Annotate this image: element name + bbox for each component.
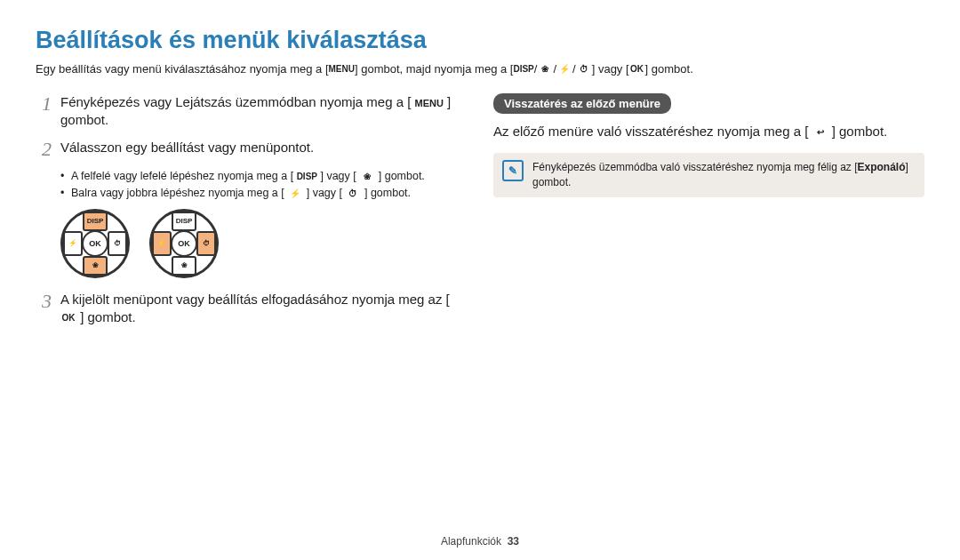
ok-icon: OK xyxy=(60,312,76,325)
dpad-left-icon: ⚡ xyxy=(63,231,83,256)
flash-icon: ⚡ xyxy=(556,63,572,76)
footer-section: Alapfunkciók xyxy=(441,535,501,548)
note-box: ✎ Fényképezés üzemmódba való visszatérés… xyxy=(493,153,924,197)
left-column: 1 Fényképezés vagy Lejátszás üzemmódban … xyxy=(36,93,467,335)
back-text-b: ] gombot. xyxy=(832,124,888,139)
back-icon: ↩ xyxy=(812,126,828,140)
intro-text-2: ] gombot, majd nyomja meg a [ xyxy=(355,61,513,77)
content-columns: 1 Fényképezés vagy Lejátszás üzemmódban … xyxy=(36,93,924,335)
bullet2-a: Balra vagy jobbra lépéshez nyomja meg a … xyxy=(71,187,284,199)
dpad-center-icon: OK xyxy=(82,230,108,257)
note-bold: Exponáló xyxy=(858,161,906,173)
step3-text-b: ] gombot. xyxy=(80,309,136,324)
note-icon: ✎ xyxy=(502,160,524,181)
step3-text-a: A kijelölt menüpont vagy beállítás elfog… xyxy=(60,292,450,307)
step-number: 1 xyxy=(36,93,52,115)
dpad-down-icon: ❀ xyxy=(172,256,196,276)
intro-text-1: Egy beállítás vagy menü kiválasztásához … xyxy=(36,61,329,77)
ok-icon: OK xyxy=(629,63,645,76)
note-text: Fényképezés üzemmódba való visszatéréshe… xyxy=(532,160,916,190)
bullet2-b: ] vagy [ xyxy=(307,187,342,199)
dpad-down-icon: ❀ xyxy=(83,256,108,276)
step-1: 1 Fényképezés vagy Lejátszás üzemmódban … xyxy=(36,93,467,130)
page-title: Beállítások és menük kiválasztása xyxy=(36,27,924,54)
bullet-1: A felfelé vagy lefelé lépéshez nyomja me… xyxy=(60,169,467,185)
intro-text-4: ] gombot. xyxy=(645,61,693,77)
dpad-illustrations: DISP ❀ ⚡ ⏱ OK DISP ❀ ⚡ ⏱ OK xyxy=(60,209,467,278)
step-2: 2 Válasszon egy beállítást vagy menüpont… xyxy=(36,139,467,160)
step-number: 2 xyxy=(36,139,52,160)
menu-icon: MENU xyxy=(329,63,355,76)
section-badge: Visszatérés az előző menüre xyxy=(493,93,671,114)
intro-paragraph: Egy beállítás vagy menü kiválasztásához … xyxy=(36,61,924,77)
flower-icon: ❀ xyxy=(359,170,375,183)
step2-text: Válasszon egy beállítást vagy menüpontot… xyxy=(60,139,467,156)
bullet1-b: ] vagy [ xyxy=(320,170,356,182)
flash-icon: ⚡ xyxy=(287,188,303,201)
intro-text-3: ] vagy [ xyxy=(592,61,629,77)
step2-bullets: A felfelé vagy lefelé lépéshez nyomja me… xyxy=(60,169,467,202)
dpad-left-icon: ⚡ xyxy=(152,231,172,256)
disp-icon: DISP xyxy=(297,170,317,183)
menu-icon: MENU xyxy=(415,97,444,110)
timer-icon: ⏱ xyxy=(576,63,592,76)
dpad-up-icon: DISP xyxy=(83,212,108,231)
step1-text-a: Fényképezés vagy Lejátszás üzemmódban ny… xyxy=(60,94,411,109)
page-footer: Alapfunkciók 33 xyxy=(0,535,960,548)
note-a: Fényképezés üzemmódba való visszatéréshe… xyxy=(532,161,858,173)
bullet1-c: ] gombot. xyxy=(379,170,425,182)
step-number: 3 xyxy=(36,291,52,312)
dpad-up-icon: DISP xyxy=(172,212,196,231)
dpad-right-icon: ⏱ xyxy=(108,231,127,256)
bullet1-a: A felfelé vagy lefelé lépéshez nyomja me… xyxy=(71,170,293,182)
timer-icon: ⏱ xyxy=(345,188,361,201)
bullet-2: Balra vagy jobbra lépéshez nyomja meg a … xyxy=(60,186,467,202)
flower-icon: ❀ xyxy=(537,63,553,76)
dpad-right-icon: ⏱ xyxy=(196,231,216,256)
footer-page: 33 xyxy=(508,535,519,548)
dpad-vertical: DISP ❀ ⚡ ⏱ OK xyxy=(60,209,130,278)
bullet2-c: ] gombot. xyxy=(364,187,411,199)
back-paragraph: Az előző menüre való visszatéréshez nyom… xyxy=(493,123,924,140)
back-text-a: Az előző menüre való visszatéréshez nyom… xyxy=(493,124,808,139)
step-3: 3 A kijelölt menüpont vagy beállítás elf… xyxy=(36,291,467,327)
disp-icon: DISP xyxy=(513,63,533,76)
right-column: Visszatérés az előző menüre Az előző men… xyxy=(493,93,924,335)
dpad-center-icon: OK xyxy=(171,230,197,257)
dpad-horizontal: DISP ❀ ⚡ ⏱ OK xyxy=(149,209,219,278)
